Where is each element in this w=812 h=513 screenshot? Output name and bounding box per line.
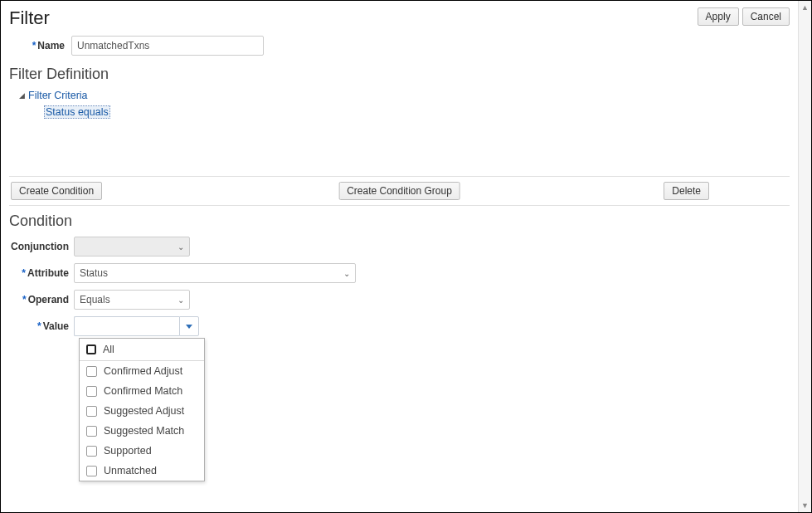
caret-down-icon bbox=[186, 325, 192, 329]
create-condition-button[interactable]: Create Condition bbox=[11, 182, 102, 200]
required-star-icon: * bbox=[32, 40, 36, 51]
action-bar: Create Condition Create Condition Group … bbox=[9, 176, 790, 206]
condition-title: Condition bbox=[9, 213, 790, 230]
attribute-label: *Attribute bbox=[9, 267, 74, 279]
checkbox-icon bbox=[86, 386, 97, 397]
tree-child[interactable]: Status equals bbox=[44, 106, 790, 118]
scroll-up-icon[interactable]: ▲ bbox=[799, 1, 811, 14]
chevron-down-icon: ⌄ bbox=[343, 269, 350, 278]
page-title: Filter bbox=[9, 7, 50, 29]
checkbox-icon bbox=[86, 406, 97, 417]
value-option[interactable]: Suggested Match bbox=[80, 421, 204, 441]
value-option[interactable]: Confirmed Adjust bbox=[80, 361, 204, 381]
value-option[interactable]: Unmatched bbox=[80, 461, 204, 481]
value-label: *Value bbox=[9, 320, 74, 332]
cancel-button[interactable]: Cancel bbox=[742, 7, 790, 26]
value-option-all[interactable]: All bbox=[80, 339, 204, 361]
content-area: Filter Apply Cancel *Name Filter Definit… bbox=[1, 1, 798, 512]
chevron-down-icon: ⌄ bbox=[177, 242, 184, 252]
attribute-select[interactable]: Status ⌄ bbox=[74, 263, 356, 283]
value-option[interactable]: Suggested Adjust bbox=[80, 401, 204, 421]
checkbox-icon bbox=[86, 446, 97, 457]
filter-criteria-tree: ◢ Filter Criteria Status equals bbox=[19, 90, 790, 118]
name-label: *Name bbox=[9, 40, 71, 51]
checkbox-icon bbox=[86, 426, 97, 437]
value-input[interactable] bbox=[74, 316, 179, 336]
tree-selected-criterion[interactable]: Status equals bbox=[44, 105, 110, 119]
vertical-scrollbar[interactable]: ▲ ▼ bbox=[798, 1, 811, 512]
name-input[interactable] bbox=[71, 36, 264, 56]
checkbox-icon bbox=[86, 344, 96, 354]
value-combobox[interactable] bbox=[74, 316, 199, 336]
checkbox-icon bbox=[86, 466, 97, 476]
conjunction-label: Conjunction bbox=[9, 241, 74, 252]
value-option[interactable]: Supported bbox=[80, 441, 204, 461]
required-star-icon: * bbox=[22, 267, 26, 279]
filter-dialog: Filter Apply Cancel *Name Filter Definit… bbox=[0, 0, 812, 513]
conjunction-select[interactable]: ⌄ bbox=[74, 237, 190, 256]
delete-button[interactable]: Delete bbox=[664, 182, 709, 200]
filter-definition-title: Filter Definition bbox=[9, 66, 790, 83]
required-star-icon: * bbox=[37, 320, 41, 332]
value-dropdown-list: All Confirmed Adjust Confirmed Match Sug… bbox=[79, 338, 205, 481]
required-star-icon: * bbox=[22, 294, 27, 305]
tree-root-label[interactable]: Filter Criteria bbox=[28, 90, 88, 101]
tree-collapse-icon[interactable]: ◢ bbox=[19, 91, 25, 100]
apply-button[interactable]: Apply bbox=[698, 7, 739, 26]
operand-select[interactable]: Equals ⌄ bbox=[74, 290, 190, 310]
scroll-down-icon[interactable]: ▼ bbox=[799, 499, 811, 512]
operand-label: *Operand bbox=[9, 294, 74, 305]
value-option[interactable]: Confirmed Match bbox=[80, 381, 204, 401]
create-condition-group-button[interactable]: Create Condition Group bbox=[338, 182, 460, 200]
checkbox-icon bbox=[86, 366, 97, 377]
chevron-down-icon: ⌄ bbox=[177, 296, 184, 305]
value-dropdown-button[interactable] bbox=[179, 316, 199, 336]
tree-root[interactable]: ◢ Filter Criteria bbox=[19, 90, 790, 101]
